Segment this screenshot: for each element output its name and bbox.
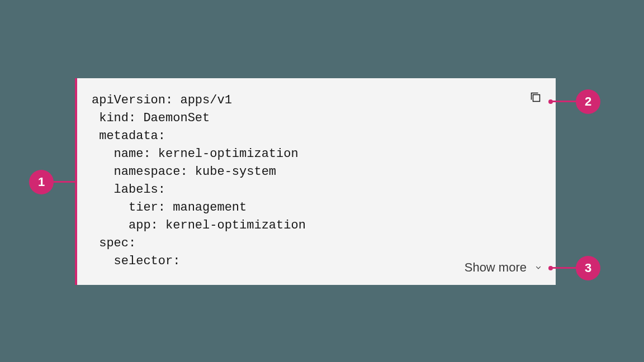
annotation-connector-2 <box>551 101 576 102</box>
annotation-connector-1 <box>54 181 76 183</box>
annotation-badge-3: 3 <box>576 256 600 280</box>
code-snippet-container: apiVersion: apps/v1 kind: DaemonSet meta… <box>75 78 556 285</box>
annotation-number-1: 1 <box>38 175 45 189</box>
annotation-badge-2: 2 <box>576 89 600 114</box>
chevron-down-icon <box>533 263 543 273</box>
show-more-label: Show more <box>465 260 527 275</box>
annotation-connector-3 <box>551 267 576 269</box>
annotation-badge-1: 1 <box>29 170 54 194</box>
annotation-number-3: 3 <box>585 261 591 275</box>
copy-button[interactable] <box>528 90 543 106</box>
code-content: apiVersion: apps/v1 kind: DaemonSet meta… <box>77 78 556 284</box>
annotation-number-2: 2 <box>585 94 591 109</box>
copy-icon <box>529 90 542 106</box>
svg-rect-0 <box>533 95 540 102</box>
show-more-button[interactable]: Show more <box>465 260 543 275</box>
